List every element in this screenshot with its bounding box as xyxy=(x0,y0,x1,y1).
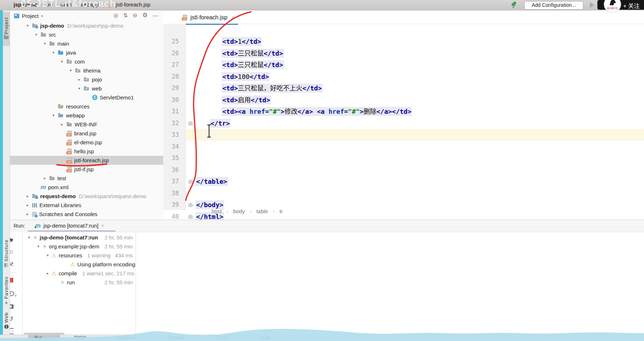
code-line-25[interactable]: <td>1</td> xyxy=(222,36,262,47)
close-tab-icon[interactable]: × xyxy=(232,15,235,20)
toolwindow-tab-web[interactable]: Web xyxy=(3,309,10,333)
run-tree-item-compile[interactable]: ▸⚠compile1 warnii1 sec, 217 ms xyxy=(23,269,136,278)
expand-chevron-icon[interactable]: ▸ xyxy=(44,271,52,276)
fold-marker-icon[interactable] xyxy=(188,202,193,207)
editor-tab-jstl-foreach[interactable]: JSP jstl-foreach.jsp × xyxy=(178,11,238,25)
expand-collapse-icon[interactable]: ⇅ xyxy=(123,12,128,19)
locate-file-icon[interactable]: ◎ xyxy=(114,12,118,19)
expand-chevron-icon[interactable]: ▾ xyxy=(49,113,58,118)
tree-item-java[interactable]: ▾java xyxy=(10,48,163,57)
expand-chevron-icon[interactable]: ▾ xyxy=(75,86,84,91)
tree-item-com[interactable]: ▾com xyxy=(10,57,163,66)
chevron-down-icon[interactable]: ▾ xyxy=(41,14,43,18)
run-tree-item-Using[interactable]: ⚠Using platform encoding ( xyxy=(23,260,136,269)
follow-button-label[interactable]: + 关注 xyxy=(623,1,640,10)
tree-item-label: External Libraries xyxy=(39,202,81,208)
statusbar-item-build[interactable]: Build xyxy=(261,335,270,340)
expand-chevron-icon[interactable]: ▾ xyxy=(49,50,58,55)
tree-item-web[interactable]: ▾web xyxy=(10,84,163,93)
tree-item-src[interactable]: ▾src xyxy=(10,30,163,39)
add-configuration-button[interactable]: Add Configuration... xyxy=(524,1,583,10)
module-folder-icon xyxy=(32,193,38,199)
breadcrumb-separator: › xyxy=(273,209,274,214)
editor-area[interactable]: JSP jstl-foreach.jsp × 25<td>1</td>26<td… xyxy=(163,10,644,220)
tree-item-brand.jsp[interactable]: JSPbrand.jsp xyxy=(10,129,163,138)
tree-item-jsp-demo[interactable]: ▾jsp-demoD:\workspace\jsp-demo xyxy=(10,21,163,30)
project-panel-title[interactable]: Project xyxy=(22,13,39,19)
tree-item-main[interactable]: ▾main xyxy=(10,39,163,48)
statusbar-item-terminal[interactable]: Terminal xyxy=(167,335,184,340)
tree-item-pom.xml[interactable]: mpom.xml xyxy=(10,183,163,192)
run-tree-item-jsp-demo[interactable]: ▾✳jsp-demo [tomcat7:run2 hr, 55 min xyxy=(23,233,136,242)
expand-chevron-icon[interactable]: ▾ xyxy=(58,59,66,64)
editor-breadcrumb-html[interactable]: html xyxy=(212,208,222,214)
code-line-32[interactable]: </tr> xyxy=(210,117,231,129)
tree-item-el-demo.jsp[interactable]: JSPel-demo.jsp xyxy=(10,138,163,147)
tree-item-WEB-INF[interactable]: ▸WEB-INF xyxy=(10,120,163,129)
tree-item-itheima[interactable]: ▾itheima xyxy=(10,66,163,75)
tree-item-External-Libraries[interactable]: ▸External Libraries xyxy=(10,201,163,210)
editor-breadcrumb-body[interactable]: body xyxy=(233,208,245,214)
run-tree-item-run[interactable]: ✳run2 hr, 55 min xyxy=(23,278,136,287)
collapse-all-icon[interactable]: ⊖ xyxy=(133,12,137,19)
expand-chevron-icon[interactable]: ▾ xyxy=(44,253,52,258)
run-tree-item-resources[interactable]: ▾⚠resources1 warning434 ms xyxy=(23,251,136,260)
tree-item-ServletDemo1[interactable]: CServletDemo1 xyxy=(10,93,163,102)
expand-chevron-icon[interactable]: ▸ xyxy=(75,77,84,82)
fold-marker-icon[interactable] xyxy=(188,214,193,219)
statusbar-item-run[interactable]: Run xyxy=(34,335,42,340)
code-line-31[interactable]: <td><a href="#">修改</a> <a href="#">删除</a… xyxy=(222,106,412,117)
expand-chevron-icon[interactable]: ▾ xyxy=(23,23,32,28)
tree-item-pojo[interactable]: ▸pojo xyxy=(10,75,163,84)
expand-chevron-icon[interactable]: ▾ xyxy=(66,68,75,73)
code-line-37[interactable]: </table> xyxy=(195,176,228,187)
statusbar-item-todo[interactable]: TODO xyxy=(74,335,86,340)
run-tree-item-org.example-jsp-dem[interactable]: ▾✳org.example:jsp-dem2 hr, 55 min xyxy=(23,242,136,251)
expand-chevron-icon[interactable]: ▸ xyxy=(41,176,49,181)
code-line-26[interactable]: <td>三只松鼠</td> xyxy=(222,47,284,59)
tree-item-request-demo[interactable]: ▸request-demoD:\workspace\request-demo xyxy=(10,192,163,201)
run-tab[interactable]: m jsp-demo [tomcat7:run] × xyxy=(32,221,107,230)
expand-chevron-icon[interactable]: ▾ xyxy=(25,235,33,240)
expand-chevron-icon[interactable]: ▸ xyxy=(23,203,32,207)
code-text: <td>1</td> xyxy=(222,37,262,46)
token-attr: href xyxy=(250,108,265,115)
tree-item-Scratches-and-Consoles[interactable]: ▸Scratches and Consoles xyxy=(10,210,163,219)
statusbar-items: RunTODOProblemsTerminalProfilerBuild xyxy=(34,335,270,340)
run-panel-divider[interactable] xyxy=(136,232,136,338)
close-run-tab-icon[interactable]: × xyxy=(101,223,104,228)
statusbar-item-problems[interactable]: Problems xyxy=(118,335,136,340)
tree-item-jstl-foreach.jsp[interactable]: JSPjstl-foreach.jsp xyxy=(10,156,163,165)
tree-item-hello.jsp[interactable]: JSPhello.jsp xyxy=(10,147,163,156)
code-line-28[interactable]: <td>100</td> xyxy=(222,71,270,83)
gear-icon[interactable]: ⚙ xyxy=(142,11,148,19)
warning-icon: ⚠ xyxy=(70,261,75,268)
expand-chevron-icon[interactable]: ▸ xyxy=(23,194,32,198)
titlebar-breadcrumb-jstl-foreach.jsp[interactable]: jstl-foreach.jsp xyxy=(116,1,151,8)
expand-chevron-icon[interactable]: ▾ xyxy=(32,32,41,37)
code-line-27[interactable]: <td>三只松鼠</td> xyxy=(222,59,284,71)
code-line-29[interactable]: <td>三只松鼠，好吃不上火</td> xyxy=(222,82,323,94)
tree-item-resources[interactable]: resources xyxy=(10,102,163,111)
jsp-file-icon: JSP xyxy=(66,158,72,163)
code-text: <td>三只松鼠</td> xyxy=(222,49,284,58)
toolwindow-tab-project[interactable]: Project xyxy=(3,12,10,46)
expand-chevron-icon[interactable]: ▸ xyxy=(58,122,66,127)
hide-panel-icon[interactable]: — xyxy=(153,12,158,18)
expand-chevron-icon[interactable]: ▸ xyxy=(23,212,32,216)
expand-chevron-icon[interactable]: ▾ xyxy=(34,244,42,249)
toolwindow-tab-structure[interactable]: Structure xyxy=(3,235,10,273)
fold-marker-icon[interactable] xyxy=(188,179,193,184)
code-line-30[interactable]: <td>启用</td> xyxy=(222,94,271,106)
tree-item-jstl-if.jsp[interactable]: JSPjstl-if.jsp xyxy=(10,165,163,174)
tree-item-webapp[interactable]: ▾webapp xyxy=(10,111,163,120)
run-play-icon[interactable] xyxy=(590,2,595,8)
expand-chevron-icon[interactable]: ▾ xyxy=(41,41,49,46)
editor-breadcrumb-table[interactable]: table xyxy=(256,208,268,214)
toolwindow-tab-favorites[interactable]: Favorites ★ xyxy=(3,277,10,306)
tree-item-test[interactable]: ▸test xyxy=(10,174,163,183)
editor-breadcrumb-tr[interactable]: tr xyxy=(279,208,283,214)
build-hammer-icon[interactable] xyxy=(511,2,518,9)
statusbar-item-profiler[interactable]: Profiler xyxy=(216,335,229,340)
fold-marker-icon[interactable] xyxy=(188,121,193,126)
